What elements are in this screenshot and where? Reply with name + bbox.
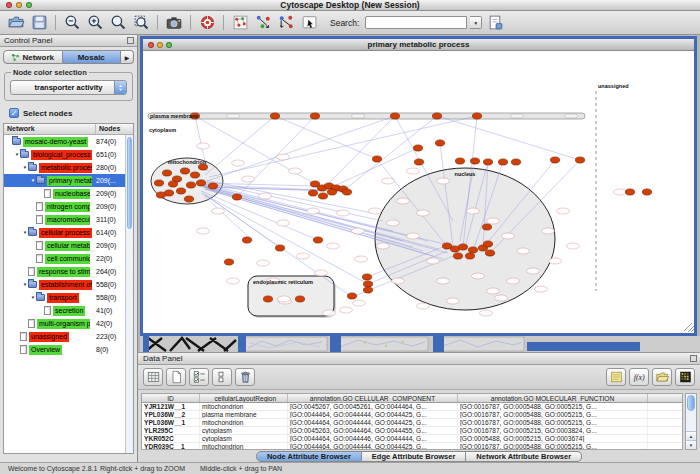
node[interactable] [483,241,492,247]
node[interactable] [176,188,185,194]
node[interactable] [156,192,165,198]
network-canvas[interactable]: plasma membranecytoplasmmitochondrionnuc… [143,51,694,333]
scroll-up-icon[interactable]: ▲ [686,431,696,440]
small-node[interactable] [259,193,272,199]
small-node[interactable] [340,307,353,313]
small-node[interactable] [289,168,302,174]
tree-row[interactable]: nucleobase-209(0) [4,187,125,200]
node[interactable] [642,189,651,195]
network-overview-button[interactable] [230,13,250,32]
small-node[interactable] [535,286,548,292]
small-node[interactable] [467,208,480,214]
node[interactable] [363,287,372,293]
node[interactable] [550,157,559,163]
attribute-matrix-button[interactable] [675,368,695,386]
table-scrollbar-thumb[interactable] [687,395,695,411]
node[interactable] [390,113,399,119]
network-frame-titlebar[interactable]: primary metabolic process [143,39,694,51]
tree-row[interactable]: response to stimulu264(0) [4,265,125,278]
node[interactable] [414,159,423,165]
node[interactable] [313,237,322,243]
node[interactable] [168,181,177,187]
node[interactable] [413,145,422,151]
small-node[interactable] [337,210,350,216]
search-dropdown-button[interactable]: ▼ [470,16,482,29]
node[interactable] [162,170,171,176]
node[interactable] [362,274,371,280]
snapshot-button[interactable] [164,13,184,32]
small-node[interactable] [447,298,460,304]
node[interactable] [485,250,494,256]
small-node[interactable] [197,143,210,149]
node[interactable] [483,159,492,165]
table-row[interactable]: YLR295Ccytoplasm[GO:0045263, GO:0044464,… [142,427,682,435]
node[interactable] [318,193,327,199]
small-node[interactable] [382,178,395,184]
small-node[interactable] [355,256,368,262]
table-row[interactable]: YPL036W__1mitochondrion[GO:0044464, GO:0… [142,419,682,427]
tree-scrollbar[interactable] [125,135,133,453]
small-node[interactable] [297,253,310,259]
float-panel-icon[interactable] [690,355,697,362]
node[interactable] [435,140,444,146]
node[interactable] [468,247,477,253]
small-node[interactable] [352,228,365,234]
small-node[interactable] [407,168,420,174]
small-node[interactable] [407,233,420,239]
small-node[interactable] [232,160,245,166]
scroll-down-icon[interactable]: ▼ [686,440,696,449]
node[interactable] [275,245,284,251]
small-node[interactable] [495,295,508,301]
zoom-out-button[interactable] [62,13,82,32]
small-node[interactable] [242,176,255,182]
tree-row[interactable]: mosaic-demo-yeast874(0) [4,135,125,148]
small-node[interactable] [427,258,440,264]
tree-column-network[interactable]: Network [4,124,96,134]
function-builder-button[interactable]: f(x) [629,368,649,386]
node[interactable] [465,253,474,259]
small-node[interactable] [549,258,562,264]
tree-row[interactable]: nitrogen compo209(0) [4,200,125,213]
tree-row[interactable]: cell communicat22(0) [4,252,125,265]
small-node[interactable] [437,278,450,284]
tree-scrollbar-thumb[interactable] [127,137,132,229]
tree-row[interactable]: ▼cellular process614(0) [4,226,125,239]
table-row[interactable]: YKR052Ccytoplasm[GO:0044464, GO:0044446,… [142,435,682,443]
table-row[interactable]: YJR121W__1mitochondrion[GO:0045267, GO:0… [142,403,682,411]
tree-row[interactable]: multi-organism pro42(0) [4,317,125,330]
node[interactable] [453,253,462,259]
layout-nodes-button[interactable] [253,13,273,32]
tab-edge-attribute-browser[interactable]: Edge Attribute Browser [362,451,466,462]
delete-attribute-button[interactable] [235,368,255,386]
attribute-grid-button[interactable] [143,368,163,386]
small-node[interactable] [527,268,540,274]
small-node[interactable] [502,233,515,239]
node[interactable] [347,293,356,299]
node[interactable] [308,190,317,196]
small-node[interactable] [614,189,627,195]
small-node[interactable] [369,208,382,214]
small-node[interactable] [417,210,430,216]
small-node[interactable] [327,243,340,249]
table-row[interactable]: YPL036W__2plasma membrane[GO:0044464, GO… [142,411,682,419]
layout-edges-button[interactable] [276,13,296,32]
node[interactable] [363,281,372,287]
small-node[interactable] [227,278,240,284]
create-attribute-button[interactable] [166,368,186,386]
select-nodes-checkbox[interactable]: ✓ [9,108,19,118]
tab-network-attribute-browser[interactable]: Network Attribute Browser [466,451,582,462]
float-panel-icon[interactable] [127,37,134,44]
tab-network[interactable]: Network [3,50,63,64]
small-node[interactable] [315,270,328,276]
tree-row[interactable]: cellular metabol209(0) [4,239,125,252]
node[interactable] [270,113,279,119]
small-node[interactable] [212,208,225,214]
small-node[interactable] [323,310,336,316]
node[interactable] [432,113,441,119]
small-node[interactable] [487,288,500,294]
tree-row[interactable]: ▼establishment of lo558(0) [4,278,125,291]
small-node[interactable] [353,300,366,306]
small-node[interactable] [507,278,520,284]
small-node[interactable] [277,220,290,226]
tree-column-nodes[interactable]: Nodes [96,124,133,134]
